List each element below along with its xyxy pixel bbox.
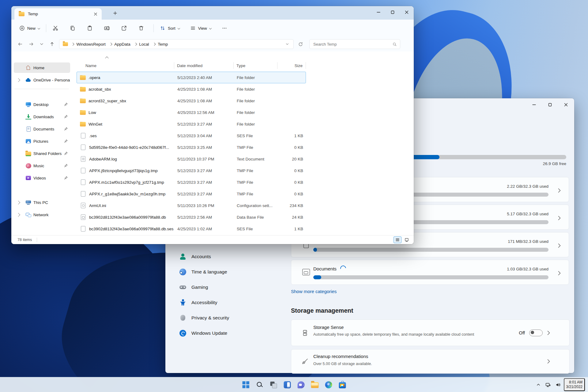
file-row[interactable]: acrobat_sbx 4/25/2023 1:08 AM File folde… [77,83,306,95]
app-icon [270,381,277,389]
network-icon [25,212,31,217]
address-dropdown-button[interactable] [284,41,290,47]
paste-button[interactable] [84,23,95,34]
widgets-button[interactable] [281,379,293,391]
sidebar-item-home[interactable]: Home [14,62,70,73]
back-button[interactable] [16,40,25,49]
large-icons-view-button[interactable] [403,236,411,243]
file-row[interactable]: APPX.j9ztcnpq8elvguqzl73jiqs1g.tmp 5/12/… [77,165,306,176]
new-button[interactable]: New [16,23,43,33]
search-input[interactable] [313,42,392,47]
up-button[interactable] [47,40,57,49]
taskbar-search-button[interactable] [254,379,266,391]
new-button-label: New [27,26,36,31]
sidebar-item-this-pc[interactable]: This PC [14,197,70,208]
sidebar-item-label: Documents [33,127,54,131]
storage-sense-card[interactable]: Storage Sense Automatically free up spac… [291,319,570,346]
column-header-date-modified[interactable]: Date modified [174,62,234,69]
settings-nav-item[interactable]: Time & language [179,264,280,280]
sidebar-item[interactable]: Documents [14,124,70,134]
details-view-button[interactable] [394,236,401,243]
explorer-minimize-button[interactable] [371,6,386,18]
rename-button[interactable] [101,23,112,34]
breadcrumb-segment[interactable]: Local [134,41,150,47]
sidebar-item[interactable]: Desktop [14,99,70,110]
sidebar-item-icon [25,152,31,156]
view-button[interactable]: View [187,23,214,33]
tray-overflow-button[interactable] [534,380,542,389]
recent-locations-button[interactable] [38,40,46,48]
settings-nav-item[interactable]: Accessibility [179,295,280,310]
search-icon [392,42,397,47]
file-row[interactable]: APPX.m1c1wf0o1s292vp7g_jcf271g.tmp 5/12/… [77,176,306,188]
column-header-type[interactable]: Type [234,62,277,69]
sidebar-item-network[interactable]: Network [14,209,70,220]
file-name: .ses [89,134,97,138]
file-size: 0 KB [278,180,306,185]
edge-button[interactable] [322,379,335,391]
sidebar-item[interactable]: Pictures [14,136,70,146]
file-explorer-button[interactable] [309,379,321,391]
sidebar-item[interactable]: Videos [14,173,70,183]
task-view-button[interactable] [267,379,280,391]
sidebar-item[interactable]: Shared Folders [14,148,70,159]
file-row[interactable]: 5d59528e-f0e0-44dd-9d01-e20c748d067f... … [77,141,306,153]
sidebar-item-onedrive[interactable]: OneDrive - Persona [14,75,70,85]
show-more-categories-link[interactable]: Show more categories [291,289,337,294]
file-row[interactable]: ArmUI.ini 5/11/2023 10:26 PM Configurati… [77,200,306,211]
file-row[interactable]: APPX.r_g1e8wj5aakk3e3v_m1ezg0h.tmp 5/12/… [77,188,306,200]
search-box[interactable] [309,39,400,49]
tab-close-button[interactable] [92,11,99,17]
file-row[interactable]: WinGet 5/12/2023 3:27 AM File folder [77,118,306,130]
file-row[interactable]: Low 4/25/2023 12:56 AM File folder [77,107,306,118]
share-button[interactable] [119,23,130,34]
new-tab-button[interactable] [112,10,119,17]
delete-button[interactable] [136,23,147,34]
settings-nav-item[interactable]: Windows Update [179,326,280,341]
forward-button[interactable] [27,40,36,49]
pin-icon [64,115,68,119]
chevron-expand-icon [16,201,20,205]
breadcrumb-segment[interactable]: Temp [153,41,169,47]
cleanup-recommendations-card[interactable]: Cleanup recommendations Over 5.00 GB of … [291,349,570,374]
storage-sense-toggle[interactable] [529,330,543,336]
file-type: Configuration sett... [234,203,278,208]
tab-temp[interactable]: Temp [14,8,102,20]
volume-tray-icon[interactable] [554,380,563,390]
file-name: WinGet [89,122,102,126]
sidebar-item[interactable]: Music [14,160,70,171]
refresh-button[interactable] [296,40,305,49]
explorer-maximize-button[interactable] [386,6,400,18]
address-bar[interactable]: WindowsReport AppData Local [59,39,294,49]
app-icon [256,381,263,389]
breadcrumb-segment[interactable]: AppData [109,41,131,47]
start-button[interactable] [240,379,252,391]
chevron-down-icon [178,27,180,29]
explorer-close-button[interactable] [400,6,414,18]
network-tray-icon[interactable] [544,380,552,390]
copy-button[interactable] [67,23,78,34]
microsoft-store-button[interactable] [336,379,349,391]
clock-time: 8:01 AM [566,380,582,385]
settings-nav-item[interactable]: Accounts [179,249,280,264]
file-row[interactable]: acrord32_super_sbx 4/25/2023 1:08 AM Fil… [77,95,306,107]
sort-button[interactable]: Sort [157,23,183,33]
chevron-down-icon [209,27,212,29]
file-row[interactable]: bc3902d8132f43e3ae086a009979fa88.db 5/12… [77,211,306,223]
column-header-name[interactable]: Name [77,62,174,69]
file-row[interactable]: .ses 5/12/2023 3:04 AM SES File 1 KB [77,130,306,141]
file-row[interactable]: AdobeARM.log 5/11/2023 10:37 PM Text Doc… [77,153,306,165]
file-row[interactable]: .opera 5/12/2023 2:40 AM File folder [77,72,306,83]
settings-nav-item[interactable]: Gaming [179,280,280,295]
storage-category-card[interactable]: Documents 1.03 GB/32.3 GB used [291,260,569,285]
column-header-size[interactable]: Size [277,62,306,69]
settings-nav-item[interactable]: Privacy & security [179,310,280,326]
sidebar-item[interactable]: Downloads [14,111,70,122]
more-options-button[interactable] [219,23,230,33]
cleanup-title: Cleanup recommendations [313,354,368,359]
file-row[interactable]: bc3902d8132f43e3ae086a009979fa88.db.ses … [77,223,306,235]
breadcrumb-segment[interactable]: WindowsReport [71,41,106,47]
chat-button[interactable] [295,379,307,391]
cut-button[interactable] [50,23,61,34]
taskbar-clock[interactable]: 8:01 AM 3/21/2022 [564,378,585,391]
